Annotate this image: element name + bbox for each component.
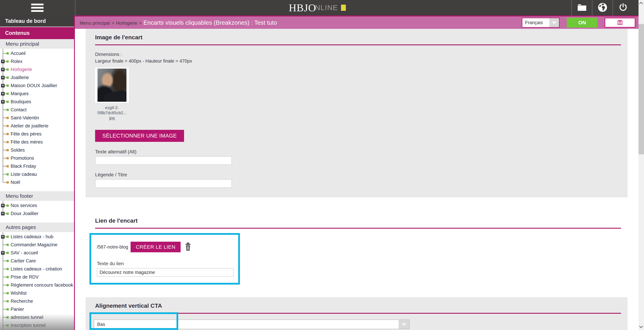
breadcrumb-item-menu-principal[interactable]: Menu principal — [80, 21, 110, 26]
page-bullet-icon — [6, 204, 9, 207]
sidebar-item-noel[interactable]: Noël — [0, 178, 74, 186]
site-preview-button[interactable] — [592, 0, 612, 16]
sidebar-item-wishlist[interactable]: Wishlist — [0, 289, 74, 297]
section-rule — [95, 228, 621, 229]
expand-plus-icon[interactable]: + — [1, 68, 5, 71]
scrollbar-thumb[interactable] — [638, 24, 644, 154]
sidebar-item-listes-cadeaux-creation[interactable]: Listes cadeaux - création — [0, 265, 74, 273]
page-tree-menu-principal: Accueil+Rolex+Horlogerie+Joaillerie+Mais… — [0, 49, 74, 186]
sidebar-item-fete-des-peres[interactable]: Fête des pères — [0, 130, 74, 138]
main-content: Image de l'encart Dimensions : Largeur f… — [76, 29, 638, 330]
sidebar-item-inscription-tunnel[interactable]: Inscription tunnel — [0, 321, 74, 329]
sidebar-item-fete-des-meres[interactable]: Fête des mères — [0, 138, 74, 146]
sidebar-item-prise-de-rdv[interactable]: Prise de RDV — [0, 273, 74, 281]
sidebar-item-sav-accueil[interactable]: +SAV - accueil — [0, 249, 74, 257]
thumbnail-frame — [95, 68, 129, 103]
page-bullet-icon — [6, 284, 9, 286]
sidebar-item-adresses-tunnel[interactable]: adresses tunnel — [0, 313, 74, 321]
expand-plus-icon[interactable]: + — [1, 251, 5, 255]
expand-plus-icon[interactable]: + — [1, 76, 5, 79]
tree-connector — [3, 182, 7, 182]
image-section: Image de l'encart Dimensions : Largeur f… — [86, 29, 628, 197]
expand-plus-icon[interactable]: + — [1, 235, 5, 239]
language-select[interactable]: Français — [522, 18, 560, 28]
tree-connector — [3, 134, 7, 134]
caption-input[interactable] — [95, 179, 232, 188]
sidebar-page-tree: Menu principalAccueil+Rolex+Horlogerie+J… — [0, 39, 74, 330]
page-bullet-icon — [6, 173, 9, 175]
page-bullet-icon — [6, 244, 9, 246]
page-bullet-icon — [6, 276, 9, 278]
sidebar-item-boutiques[interactable]: +Boutiques — [0, 98, 74, 106]
expand-plus-icon[interactable]: + — [1, 84, 5, 88]
section-rule — [95, 313, 621, 314]
sidebar-item-cartier-care[interactable]: Cartier Care — [0, 257, 74, 265]
page-bullet-icon — [6, 109, 9, 111]
thumbnail-photo — [98, 69, 126, 102]
chevron-down-icon — [398, 320, 409, 329]
page-scrollbar[interactable] — [638, 0, 644, 330]
select-image-button[interactable]: SÉLECTIONNER UNE IMAGE — [95, 130, 184, 142]
sidebar-item-panier[interactable]: Panier — [0, 305, 74, 313]
create-link-button[interactable]: CRÉER LE LIEN — [130, 242, 180, 252]
sidebar-item-dashboard[interactable]: Tableau de bord — [0, 16, 74, 27]
logout-button[interactable] — [612, 0, 633, 16]
sidebar-item-promotions[interactable]: Promotions — [0, 154, 74, 162]
sidebar-item-doux-joaillier[interactable]: +Doux Joaillier — [0, 210, 74, 218]
scroll-up-icon[interactable] — [639, 2, 643, 6]
image-thumbnail-card[interactable]: ezgif-2-5f8b7dc65cb2...jpg — [95, 68, 129, 121]
breadcrumb-item-horlogerie[interactable]: Horlogerie — [116, 21, 137, 26]
page-tree-autres-pages: +Listes cadeaux - hubCommander Magazine+… — [0, 232, 74, 330]
tree-connector — [3, 317, 7, 317]
save-button[interactable] — [604, 18, 636, 28]
sidebar-item-rolex[interactable]: +Rolex — [0, 58, 74, 66]
sidebar-item-joaillerie[interactable]: +Joaillerie — [0, 74, 74, 82]
power-icon — [618, 3, 628, 13]
expand-plus-icon[interactable]: + — [1, 100, 5, 104]
cta-align-select[interactable]: Bas — [94, 319, 410, 329]
sidebar-item-marques[interactable]: +Marques — [0, 90, 74, 98]
alt-text-label: Texte alternatif (Alt) — [95, 149, 621, 155]
sidebar-item-listes-cadeaux-hub[interactable]: +Listes cadeaux - hub — [0, 233, 74, 241]
sidebar-item-contents[interactable]: Contenus — [0, 27, 74, 39]
page-bullet-icon — [6, 141, 9, 143]
delete-link-button[interactable] — [184, 242, 192, 252]
thumbnail-filename: ezgif-2-5f8b7dc65cb2...jpg — [95, 105, 129, 121]
sidebar-item-reglement-concours-facebook[interactable]: Réglement concours facebook — [0, 281, 74, 289]
page-bullet-icon — [6, 85, 9, 87]
sidebar-item-horlogerie[interactable]: +Horlogerie — [0, 66, 74, 74]
tree-connector — [3, 285, 7, 285]
publish-toggle-button[interactable]: ON — [567, 18, 598, 28]
page-bullet-icon — [6, 268, 9, 270]
sidebar-item-accueil[interactable]: Accueil — [0, 49, 74, 58]
page-bullet-icon — [6, 133, 9, 135]
sidebar-item-soldes[interactable]: Soldes — [0, 146, 74, 154]
scroll-down-icon[interactable] — [639, 324, 643, 328]
link-text-input[interactable] — [97, 268, 234, 277]
expand-plus-icon[interactable]: + — [1, 212, 5, 215]
sidebar-section-header-menu-principal: Menu principal — [0, 39, 74, 49]
sidebar-item-maison-doux-joaillier[interactable]: +Maison DOUX Joaillier — [0, 82, 74, 90]
tree-connector — [3, 158, 7, 158]
sidebar-item-nos-services[interactable]: +Nos services — [0, 202, 74, 210]
sidebar-item-liste-cadeau[interactable]: Liste cadeau — [0, 170, 74, 178]
sidebar-item-atelier-de-joaillerie[interactable]: Atelier de joaillerie — [0, 122, 74, 130]
expand-plus-icon[interactable]: + — [1, 60, 5, 63]
sidebar-item-saint-valentin[interactable]: Saint-Valentin — [0, 114, 74, 122]
expand-plus-icon[interactable]: + — [1, 204, 5, 207]
breadcrumb-separator: > — [139, 21, 142, 26]
expand-plus-icon[interactable]: + — [1, 92, 5, 96]
sidebar-item-recherche[interactable]: Recherche — [0, 297, 74, 305]
globe-icon — [598, 3, 607, 13]
tree-connector — [3, 142, 7, 142]
hamburger-menu-icon[interactable] — [31, 4, 44, 12]
sidebar-item-contact[interactable]: Contact — [0, 106, 74, 114]
page-bullet-icon — [6, 236, 9, 238]
sidebar-item-commander-magazine[interactable]: Commander Magazine — [0, 241, 74, 249]
page-bullet-icon — [6, 316, 9, 318]
sidebar-item-black-friday[interactable]: Black Friday — [0, 162, 74, 170]
link-text-label: Texte du lien — [97, 261, 238, 266]
media-library-button[interactable] — [571, 0, 592, 16]
cta-align-title: Alignement vertical CTA — [95, 300, 621, 309]
alt-text-input[interactable] — [95, 156, 232, 165]
